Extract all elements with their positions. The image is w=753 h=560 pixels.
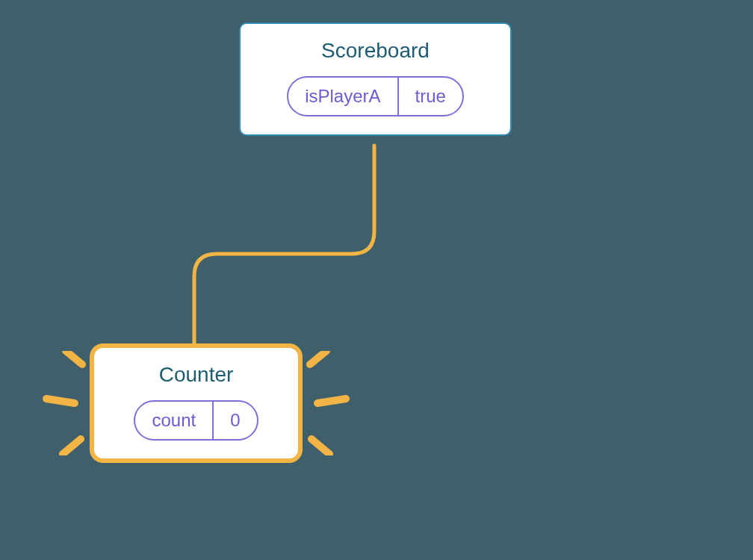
state-value: 0 <box>212 402 256 439</box>
diagram-canvas: Scoreboard isPlayerA true Counter count … <box>0 0 753 560</box>
sparkle-right-icon <box>303 351 355 455</box>
node-title: Counter <box>159 363 234 387</box>
svg-line-0 <box>66 351 82 364</box>
state-pill-count: count 0 <box>134 400 258 441</box>
state-key: count <box>135 402 212 439</box>
svg-line-5 <box>312 439 329 454</box>
svg-line-3 <box>310 351 326 364</box>
state-key: isPlayerA <box>288 78 397 115</box>
node-counter: Counter count 0 <box>90 343 303 463</box>
state-pill-isplayera: isPlayerA true <box>287 76 464 116</box>
state-value: true <box>397 78 462 115</box>
svg-line-1 <box>46 399 75 403</box>
sparkle-left-icon <box>37 351 90 455</box>
node-title: Scoreboard <box>321 39 430 63</box>
svg-line-2 <box>63 439 81 454</box>
node-scoreboard: Scoreboard isPlayerA true <box>239 22 512 136</box>
svg-line-4 <box>317 399 346 403</box>
